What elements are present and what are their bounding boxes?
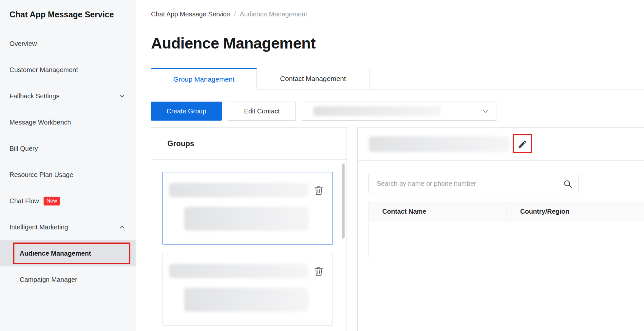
page-title: Audience Management [151,34,315,52]
trash-icon [313,266,324,277]
screen: Chat App Message Service Overview Custom… [0,0,644,331]
pencil-icon [518,139,527,149]
delete-group-button[interactable] [312,264,325,278]
sidebar-item-label: Resource Plan Usage [9,171,73,179]
sidebar-item-label: Overview [9,40,37,48]
contacts-panel: Contact Name Country/Region [357,127,644,331]
redacted-group-name [169,183,309,197]
breadcrumb-current: Audience Management [240,10,307,18]
trash-icon [313,185,324,196]
breadcrumb-root-link[interactable]: Chat App Message Service [151,10,230,18]
redacted-group-title [369,136,510,152]
contacts-table: Contact Name Country/Region [369,201,644,258]
breadcrumb-separator: / [234,10,236,18]
groups-panel-header: Groups [151,128,347,160]
sidebar-item-message-workbench[interactable]: Message Workbench [0,109,136,135]
column-header-country-region: Country/Region [506,201,644,222]
search-input[interactable] [369,174,557,193]
sidebar-item-label: Bill Query [9,145,38,152]
redacted-group-detail [184,288,309,312]
redacted-selected-value [313,106,441,116]
redacted-group-detail [184,207,309,231]
main-content: Chat App Message Service / Audience Mana… [136,0,644,331]
tab-bar: Group Management Contact Management [151,68,644,89]
group-card[interactable] [162,253,333,326]
group-select-dropdown[interactable] [302,102,497,121]
sidebar: Chat App Message Service Overview Custom… [0,0,136,331]
redacted-group-name [169,264,309,278]
group-card[interactable] [162,172,333,245]
sidebar-item-fallback-settings[interactable]: Fallback Settings [0,83,136,109]
sidebar-item-customer-management[interactable]: Customer Management [0,57,136,83]
sidebar-item-resource-plan-usage[interactable]: Resource Plan Usage [0,162,136,188]
breadcrumb: Chat App Message Service / Audience Mana… [151,10,307,18]
sidebar-item-intelligent-marketing[interactable]: Intelligent Marketing [0,214,136,240]
chevron-down-icon [119,92,126,100]
groups-panel: Groups [151,127,347,331]
sidebar-item-label: Customer Management [9,66,78,74]
chevron-up-icon [119,224,126,231]
sidebar-item-bill-query[interactable]: Bill Query [0,135,136,162]
new-badge: New [44,197,60,205]
edit-group-name-button[interactable] [516,138,529,150]
groups-scrollbar[interactable] [342,164,345,239]
sidebar-nav: Overview Customer Management Fallback Se… [0,30,136,293]
delete-group-button[interactable] [312,184,325,197]
tab-contact-management[interactable]: Contact Management [257,68,369,89]
sidebar-item-label: Message Workbench [9,119,71,126]
sidebar-item-overview[interactable]: Overview [0,30,136,57]
sidebar-item-label: Fallback Settings [9,92,59,100]
sidebar-item-campaign-manager[interactable]: Campaign Manager [0,266,136,293]
sidebar-item-audience-management[interactable]: Audience Management [0,240,136,266]
sidebar-item-label: Chat Flow [9,197,39,205]
column-header-contact-name: Contact Name [369,201,506,222]
search-button[interactable] [557,174,578,193]
contacts-table-header-row: Contact Name Country/Region [369,201,644,222]
contacts-table-empty-body [369,222,644,258]
create-group-button[interactable]: Create Group [151,102,222,121]
search-icon [563,179,573,189]
sidebar-app-title: Chat App Message Service [0,0,136,29]
edit-contact-button[interactable]: Edit Contact [228,102,296,121]
tab-group-management[interactable]: Group Management [151,68,257,89]
sidebar-item-label: Intelligent Marketing [9,224,68,231]
sidebar-item-label: Campaign Manager [20,276,77,283]
sidebar-item-label: Audience Management [20,250,91,257]
sidebar-item-chat-flow[interactable]: Chat Flow New [0,188,136,214]
chevron-down-icon [482,107,489,117]
contacts-panel-header [358,128,644,161]
